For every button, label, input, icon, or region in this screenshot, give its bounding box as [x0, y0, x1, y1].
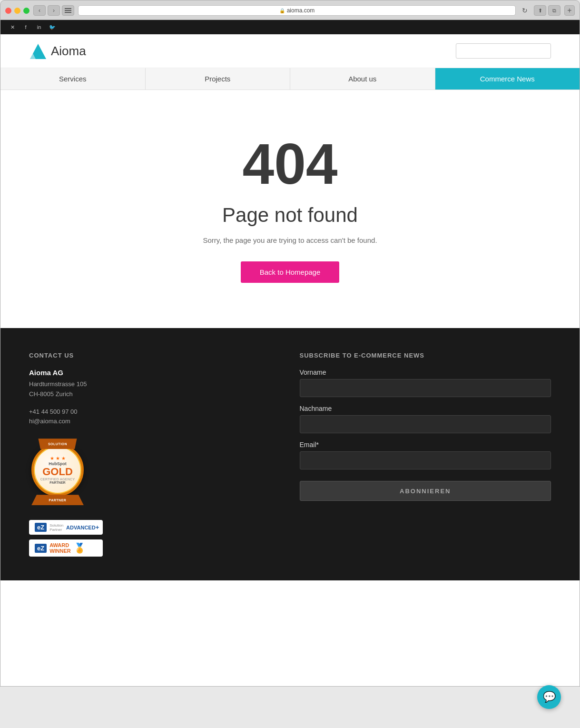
company-name: Aioma AG [29, 369, 281, 377]
reload-button[interactable]: ↻ [520, 5, 530, 16]
forward-nav-button[interactable]: › [48, 5, 60, 16]
ez-partner-text: Partner [49, 528, 63, 532]
twitter-icon[interactable]: 🐦 [48, 23, 57, 31]
website-content: ✕ f in 🐦 Aioma Services Projects About u… [0, 20, 580, 687]
ez-winner-label: WINNER [49, 548, 71, 554]
nav-services[interactable]: Services [0, 68, 146, 90]
badge-stars: ★ ★ ★ [50, 456, 66, 461]
facebook-icon[interactable]: f [21, 23, 30, 31]
social-bar: ✕ f in 🐦 [0, 20, 580, 34]
lastname-group: Nachname [300, 405, 551, 433]
lock-icon: 🔒 [279, 8, 285, 13]
main-navigation: Services Projects About us Commerce News [0, 68, 580, 90]
ez-advanced-badge: eZ Solution Partner ADVANCED + [29, 520, 103, 535]
email-label: Email* [300, 441, 551, 449]
address-bar[interactable]: 🔒 aioma.com [78, 5, 516, 16]
duplicate-button[interactable]: ⧉ [548, 5, 560, 16]
partner-label: PARTNER [49, 481, 65, 484]
star-1: ★ [50, 456, 54, 461]
share-button[interactable]: ⬆ [534, 5, 546, 16]
firstname-group: Vorname [300, 369, 551, 397]
ez-solution-label: Solution Partner [49, 523, 63, 532]
window-controls [5, 8, 29, 14]
gold-label: GOLD [42, 466, 73, 478]
xing-icon[interactable]: ✕ [8, 23, 17, 31]
url-text: aioma.com [287, 7, 315, 14]
ez-solution-text: Solution [49, 523, 63, 528]
footer-subscribe: SUBSCRIBE TO E-COMMERCE NEWS Vorname Nac… [300, 352, 551, 557]
search-input[interactable] [456, 43, 551, 59]
nav-commerce-news[interactable]: Commerce News [435, 68, 580, 90]
ez-award-badge: eZ AWARD WINNER 🏅 [29, 539, 103, 557]
company-contact: +41 44 500 97 00 hi@aioma.com [29, 407, 281, 427]
lastname-label: Nachname [300, 405, 551, 412]
browser-chrome: ‹ › 🔒 aioma.com ↻ ⬆ ⧉ + [0, 0, 580, 20]
ez-award-label: AWARD [49, 542, 71, 548]
nav-projects[interactable]: Projects [146, 68, 291, 90]
svg-rect-2 [65, 12, 71, 13]
browser-actions: ⬆ ⧉ [534, 5, 560, 16]
maximize-button[interactable] [23, 8, 29, 14]
email-input[interactable] [300, 451, 551, 469]
sidebar-button[interactable] [62, 5, 74, 16]
main-content: 404 Page not found Sorry, the page you a… [0, 90, 580, 328]
contact-section-title: CONTACT US [29, 352, 281, 359]
ez-logo: eZ [35, 523, 47, 532]
minimize-button[interactable] [14, 8, 20, 14]
logo[interactable]: Aioma [29, 42, 86, 60]
partner-badges: SOLUTION ★ ★ ★ HubSpot GOLD CERTIFIED AG… [29, 436, 281, 557]
phone-number[interactable]: +41 44 500 97 00 [29, 407, 281, 417]
email-group: Email* [300, 441, 551, 469]
hubspot-badge-wrapper: SOLUTION ★ ★ ★ HubSpot GOLD CERTIFIED AG… [29, 436, 86, 508]
ez-advanced-label: ADVANCED [66, 525, 96, 530]
svg-rect-1 [65, 10, 71, 11]
nav-about-us[interactable]: About us [290, 68, 435, 90]
company-address: Hardturmstrasse 105 CH-8005 Zurich [29, 379, 281, 399]
lastname-input[interactable] [300, 415, 551, 433]
star-2: ★ [56, 456, 60, 461]
certified-label: CERTIFIED AGENCY [40, 478, 75, 481]
svg-rect-0 [65, 8, 71, 9]
address-line2: CH-8005 Zurich [29, 390, 73, 398]
firstname-input[interactable] [300, 379, 551, 397]
hubspot-ribbon-bottom-text: PARTNER [49, 499, 67, 502]
back-to-homepage-button[interactable]: Back to Homepage [241, 261, 340, 283]
new-tab-button[interactable]: + [564, 5, 575, 16]
firstname-label: Vorname [300, 369, 551, 376]
subscribe-section-title: SUBSCRIBE TO E-COMMERCE NEWS [300, 352, 551, 359]
ez-award-text: AWARD WINNER [49, 542, 71, 554]
subscribe-button[interactable]: ABONNIEREN [300, 481, 551, 501]
ez-award-icon: 🏅 [74, 542, 86, 554]
browser-navigation: ‹ › [33, 5, 74, 16]
logo-text: Aioma [51, 44, 86, 59]
ez-advanced-text: ADVANCED + [66, 524, 99, 531]
linkedin-icon[interactable]: in [35, 23, 43, 31]
logo-icon [29, 42, 47, 60]
header: Aioma [0, 34, 580, 68]
error-title: Page not found [222, 204, 358, 227]
email-address[interactable]: hi@aioma.com [29, 417, 281, 427]
footer-contact: CONTACT US Aioma AG Hardturmstrasse 105 … [29, 352, 281, 557]
hubspot-ribbon-top-text: SOLUTION [48, 442, 67, 446]
error-code: 404 [242, 135, 337, 192]
error-message: Sorry, the page you are trying to access… [203, 236, 377, 244]
close-button[interactable] [5, 8, 11, 14]
star-3: ★ [61, 456, 66, 461]
ez-award-logo: eZ [35, 544, 47, 553]
footer: CONTACT US Aioma AG Hardturmstrasse 105 … [0, 328, 580, 580]
back-nav-button[interactable]: ‹ [33, 5, 46, 16]
address-line1: Hardturmstrasse 105 [29, 380, 87, 388]
ez-plus-label: + [96, 524, 99, 531]
